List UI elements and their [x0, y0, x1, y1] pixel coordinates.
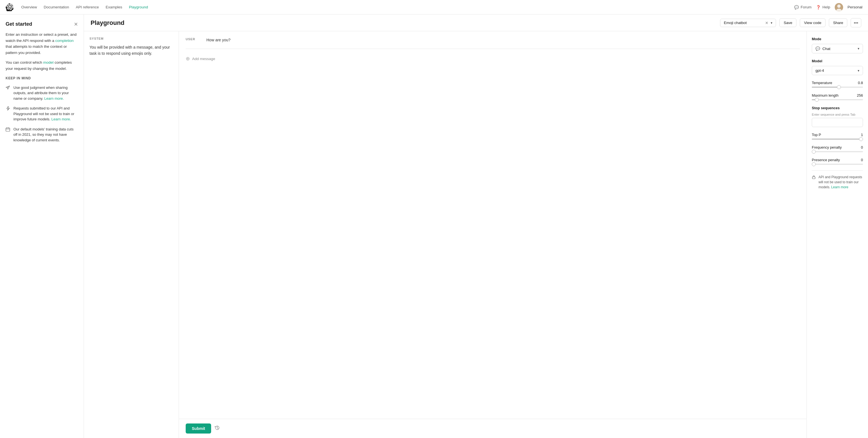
forum-icon: 💬 [794, 5, 799, 9]
sidebar-items: Use good judgment when sharing outputs, … [6, 85, 78, 143]
preset-selector[interactable]: Emoji chatbot ✕ ▾ [720, 19, 776, 27]
svg-point-1 [837, 4, 841, 8]
mode-section: Mode 💬 Chat ▾ [812, 37, 863, 53]
model-select[interactable]: gpt-4 ▾ [812, 66, 863, 75]
avatar[interactable] [835, 3, 843, 11]
save-button[interactable]: Save [779, 19, 797, 27]
history-button[interactable] [215, 425, 220, 432]
presence-penalty-section: Presence penalty 0 [812, 158, 863, 165]
main-layout: Get started ✕ Enter an instruction or se… [0, 14, 868, 438]
temperature-section: Temperature 0.8 [812, 81, 863, 88]
page-title: Playground [91, 19, 717, 27]
stop-seq-input[interactable] [812, 118, 863, 127]
sidebar: Get started ✕ Enter an instruction or se… [0, 14, 84, 438]
max-length-slider[interactable] [812, 99, 863, 100]
content-header: Playground Emoji chatbot ✕ ▾ Save View c… [84, 14, 868, 31]
chat-messages: USER How are you? ⊕ Add message [179, 31, 806, 419]
right-footer: API and Playground requests will not be … [812, 170, 863, 190]
nav-right: 💬 Forum ❓ Help Personal [794, 3, 862, 11]
lock-icon [812, 175, 816, 180]
temperature-label: Temperature [812, 81, 832, 85]
user-role-label: USER [186, 37, 203, 41]
nav-api-reference[interactable]: API reference [76, 5, 99, 9]
submit-button[interactable]: Submit [186, 424, 211, 434]
calendar-icon [6, 127, 10, 133]
nav-links: Overview Documentation API reference Exa… [21, 5, 148, 9]
share-button[interactable]: Share [829, 19, 847, 27]
system-textarea[interactable]: You will be provided with a message, and… [90, 44, 173, 429]
list-item: Our default models' training data cuts o… [6, 127, 78, 143]
max-length-section: Maximum length 256 [812, 93, 863, 100]
account-label: Personal [847, 5, 862, 9]
preset-chevron-icon: ▾ [771, 21, 772, 25]
sidebar-intro-1: Enter an instruction or select a preset,… [6, 32, 78, 56]
playground-body: SYSTEM You will be provided with a messa… [84, 31, 868, 438]
nav-playground[interactable]: Playground [129, 5, 148, 9]
openai-logo[interactable] [6, 3, 13, 11]
learn-more-link-2[interactable]: Learn more. [52, 117, 71, 121]
top-nav: Overview Documentation API reference Exa… [0, 0, 868, 14]
add-message-button[interactable]: ⊕ Add message [186, 55, 800, 63]
paper-plane-icon [6, 86, 10, 92]
right-footer-text: API and Playground requests will not be … [818, 175, 863, 190]
sidebar-intro-2: You can control which model completes yo… [6, 60, 78, 71]
presence-penalty-value: 0 [861, 158, 863, 162]
chat-message-user: USER How are you? [186, 37, 800, 49]
model-link[interactable]: model [43, 60, 54, 65]
model-chevron-icon: ▾ [858, 69, 859, 73]
chat-mode-icon: 💬 [815, 46, 820, 51]
freq-penalty-label: Frequency penalty [812, 145, 842, 149]
stop-sequences-section: Stop sequences Enter sequence and press … [812, 106, 863, 127]
learn-more-link-1[interactable]: Learn more. [44, 96, 64, 101]
help-icon: ❓ [816, 5, 821, 9]
sidebar-close-button[interactable]: ✕ [74, 22, 78, 27]
preset-selector-text: Emoji chatbot [724, 21, 763, 25]
stop-seq-hint: Enter sequence and press Tab [812, 113, 863, 116]
help-button[interactable]: ❓ Help [816, 5, 830, 9]
right-footer-link[interactable]: Learn more [831, 185, 848, 189]
nav-examples[interactable]: Examples [106, 5, 122, 9]
mode-label: Mode [812, 37, 863, 41]
temperature-slider[interactable] [812, 87, 863, 88]
mode-select[interactable]: 💬 Chat ▾ [812, 44, 863, 53]
top-p-label: Top P [812, 133, 821, 137]
add-message-icon: ⊕ [186, 56, 190, 62]
user-message-content[interactable]: How are you? [206, 37, 800, 43]
keep-in-mind-label: KEEP IN MIND [6, 76, 78, 81]
freq-penalty-slider[interactable] [812, 151, 863, 152]
preset-clear-icon[interactable]: ✕ [765, 21, 769, 25]
list-item: Use good judgment when sharing outputs, … [6, 85, 78, 101]
freq-penalty-value: 0 [861, 145, 863, 149]
svg-rect-4 [812, 177, 815, 179]
model-section: Model gpt-4 ▾ [812, 59, 863, 75]
chat-footer: Submit [179, 419, 806, 438]
svg-rect-3 [6, 128, 10, 131]
nav-documentation[interactable]: Documentation [43, 5, 69, 9]
chat-panel: USER How are you? ⊕ Add message Submit [179, 31, 806, 438]
top-p-slider[interactable] [812, 139, 863, 140]
content-area: Playground Emoji chatbot ✕ ▾ Save View c… [84, 14, 868, 438]
model-label: Model [812, 59, 863, 63]
stop-seq-label: Stop sequences [812, 106, 863, 110]
completion-link[interactable]: completion [55, 39, 73, 43]
right-panel: Mode 💬 Chat ▾ Model gpt-4 ▾ [806, 31, 868, 438]
mode-select-text: Chat [823, 47, 856, 51]
top-p-section: Top P 1 [812, 133, 863, 140]
freq-penalty-section: Frequency penalty 0 [812, 145, 863, 152]
more-options-button[interactable]: ••• [851, 18, 861, 27]
mode-chevron-icon: ▾ [858, 47, 859, 50]
list-item: Requests submitted to our API and Playgr… [6, 106, 78, 122]
sidebar-body: Enter an instruction or select a preset,… [6, 32, 78, 143]
view-code-button[interactable]: View code [800, 19, 826, 27]
system-label: SYSTEM [90, 37, 173, 40]
presence-penalty-slider[interactable] [812, 164, 863, 165]
nav-overview[interactable]: Overview [21, 5, 37, 9]
temperature-value: 0.8 [858, 81, 863, 85]
max-length-label: Maximum length [812, 93, 838, 98]
model-select-text: gpt-4 [815, 68, 856, 73]
system-panel: SYSTEM You will be provided with a messa… [84, 31, 179, 438]
forum-button[interactable]: 💬 Forum [794, 5, 811, 9]
sidebar-title: Get started ✕ [6, 21, 78, 27]
history-icon [215, 425, 220, 431]
presence-penalty-label: Presence penalty [812, 158, 840, 162]
